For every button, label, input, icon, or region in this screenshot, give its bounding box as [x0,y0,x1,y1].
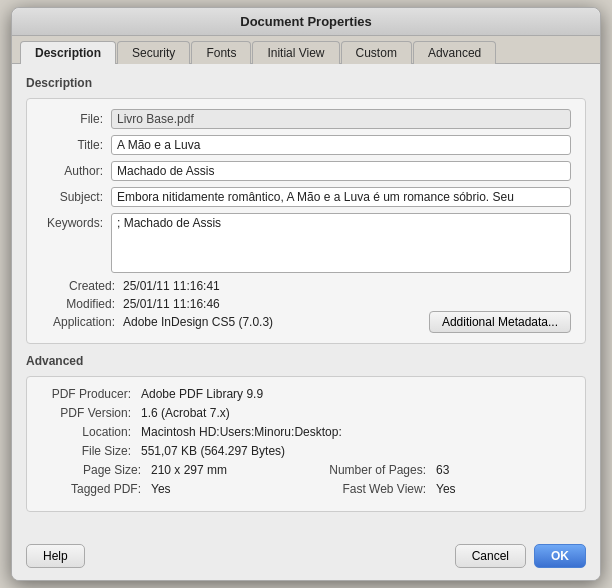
title-input[interactable] [111,135,571,155]
application-row: Application: Adobe InDesign CS5 (7.0.3) [41,315,273,329]
advanced-section-title: Advanced [26,354,586,368]
keywords-row: Keywords: ; Machado de Assis [41,213,571,273]
page-size-value: 210 x 297 mm [151,463,227,477]
subject-label: Subject: [41,190,111,204]
description-section-title: Description [26,76,586,90]
file-input[interactable] [111,109,571,129]
subject-row: Subject: [41,187,571,207]
advanced-info: PDF Producer: Adobe PDF Library 9.9 PDF … [26,376,586,512]
page-size-row: Page Size: 210 x 297 mm Number of Pages:… [41,463,571,477]
file-size-row: File Size: 551,07 KB (564.297 Bytes) [41,444,571,458]
pdf-version-row: PDF Version: 1.6 (Acrobat 7.x) [41,406,571,420]
modified-row: Modified: 25/01/11 11:16:46 [41,297,273,311]
tab-description[interactable]: Description [20,41,116,64]
window-title: Document Properties [240,14,371,29]
tab-advanced[interactable]: Advanced [413,41,496,64]
cancel-button[interactable]: Cancel [455,544,526,568]
fast-web-value: Yes [436,482,456,496]
bottom-bar: Help Cancel OK [12,534,600,580]
tab-initial-view[interactable]: Initial View [252,41,339,64]
right-buttons: Cancel OK [455,544,586,568]
author-label: Author: [41,164,111,178]
pdf-producer-value: Adobe PDF Library 9.9 [141,387,263,401]
tagged-pdf-row: Tagged PDF: Yes Fast Web View: Yes [41,482,571,496]
description-form: File: Title: Author: Subject: Keywords: … [26,98,586,344]
author-input[interactable] [111,161,571,181]
document-properties-window: Document Properties Description Security… [11,7,601,581]
pdf-version-value: 1.6 (Acrobat 7.x) [141,406,230,420]
author-row: Author: [41,161,571,181]
file-row: File: [41,109,571,129]
tab-custom[interactable]: Custom [341,41,412,64]
title-bar: Document Properties [12,8,600,36]
title-row: Title: [41,135,571,155]
file-size-value: 551,07 KB (564.297 Bytes) [141,444,285,458]
num-pages-value: 63 [436,463,449,477]
content-area: Description File: Title: Author: Subject… [12,64,600,534]
subject-input[interactable] [111,187,571,207]
tab-fonts[interactable]: Fonts [191,41,251,64]
help-button[interactable]: Help [26,544,85,568]
location-row: Location: Macintosh HD:Users:Minoru:Desk… [41,425,571,439]
application-value: Adobe InDesign CS5 (7.0.3) [123,315,273,329]
location-value: Macintosh HD:Users:Minoru:Desktop: [141,425,342,439]
pdf-producer-row: PDF Producer: Adobe PDF Library 9.9 [41,387,571,401]
created-value: 25/01/11 11:16:41 [123,279,220,293]
tab-bar: Description Security Fonts Initial View … [12,36,600,64]
additional-metadata-button[interactable]: Additional Metadata... [429,311,571,333]
keywords-label: Keywords: [41,213,111,230]
keywords-input[interactable]: ; Machado de Assis [111,213,571,273]
modified-value: 25/01/11 11:16:46 [123,297,220,311]
ok-button[interactable]: OK [534,544,586,568]
meta-info: Created: 25/01/11 11:16:41 Modified: 25/… [41,279,273,333]
tagged-pdf-value: Yes [151,482,171,496]
file-label: File: [41,112,111,126]
title-label: Title: [41,138,111,152]
created-row: Created: 25/01/11 11:16:41 [41,279,273,293]
tab-security[interactable]: Security [117,41,190,64]
